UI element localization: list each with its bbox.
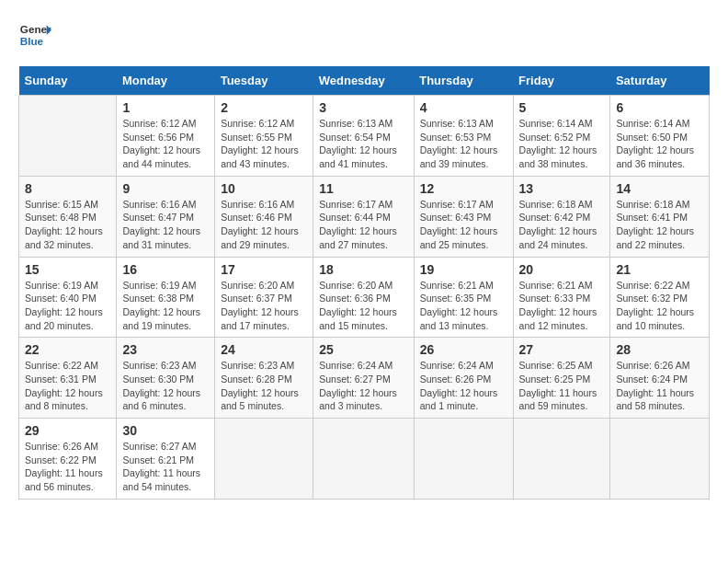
calendar-week-3: 22Sunrise: 6:22 AMSunset: 6:31 PMDayligh… [19, 338, 710, 419]
calendar-week-0: 1Sunrise: 6:12 AMSunset: 6:56 PMDaylight… [19, 96, 710, 177]
day-info: Sunrise: 6:27 AMSunset: 6:21 PMDaylight:… [122, 441, 200, 492]
day-number: 23 [122, 342, 209, 357]
day-number: 8 [25, 181, 110, 196]
day-info: Sunrise: 6:22 AMSunset: 6:31 PMDaylight:… [25, 360, 103, 411]
calendar-week-1: 8Sunrise: 6:15 AMSunset: 6:48 PMDaylight… [19, 176, 710, 257]
col-header-monday: Monday [117, 66, 215, 96]
calendar-cell: 10Sunrise: 6:16 AMSunset: 6:46 PMDayligh… [215, 176, 313, 257]
page-header: General Blue [18, 18, 710, 52]
day-info: Sunrise: 6:19 AMSunset: 6:38 PMDaylight:… [122, 280, 200, 331]
calendar-cell [414, 419, 513, 500]
day-info: Sunrise: 6:24 AMSunset: 6:26 PMDaylight:… [420, 360, 498, 411]
calendar-cell: 2Sunrise: 6:12 AMSunset: 6:55 PMDaylight… [215, 96, 313, 177]
day-number: 11 [319, 181, 407, 196]
calendar-cell [513, 419, 610, 500]
calendar-cell: 18Sunrise: 6:20 AMSunset: 6:36 PMDayligh… [313, 257, 414, 338]
day-info: Sunrise: 6:25 AMSunset: 6:25 PMDaylight:… [519, 360, 597, 411]
day-number: 16 [122, 262, 209, 277]
day-info: Sunrise: 6:17 AMSunset: 6:43 PMDaylight:… [420, 199, 498, 250]
calendar-cell: 12Sunrise: 6:17 AMSunset: 6:43 PMDayligh… [414, 176, 513, 257]
calendar-cell: 28Sunrise: 6:26 AMSunset: 6:24 PMDayligh… [610, 338, 710, 419]
calendar-cell: 22Sunrise: 6:22 AMSunset: 6:31 PMDayligh… [19, 338, 117, 419]
calendar-cell: 26Sunrise: 6:24 AMSunset: 6:26 PMDayligh… [414, 338, 513, 419]
day-info: Sunrise: 6:15 AMSunset: 6:48 PMDaylight:… [25, 199, 103, 250]
svg-text:Blue: Blue [20, 35, 44, 47]
calendar-cell: 9Sunrise: 6:16 AMSunset: 6:47 PMDaylight… [117, 176, 215, 257]
calendar-week-4: 29Sunrise: 6:26 AMSunset: 6:22 PMDayligh… [19, 419, 710, 500]
day-info: Sunrise: 6:20 AMSunset: 6:36 PMDaylight:… [319, 280, 397, 331]
day-number: 18 [319, 262, 407, 277]
day-info: Sunrise: 6:14 AMSunset: 6:50 PMDaylight:… [616, 118, 694, 169]
day-info: Sunrise: 6:24 AMSunset: 6:27 PMDaylight:… [319, 360, 397, 411]
calendar-cell: 15Sunrise: 6:19 AMSunset: 6:40 PMDayligh… [19, 257, 117, 338]
col-header-tuesday: Tuesday [215, 66, 313, 96]
day-number: 24 [221, 342, 307, 357]
logo: General Blue [18, 18, 51, 52]
day-info: Sunrise: 6:23 AMSunset: 6:28 PMDaylight:… [221, 360, 299, 411]
day-number: 6 [616, 100, 703, 115]
calendar-cell: 29Sunrise: 6:26 AMSunset: 6:22 PMDayligh… [19, 419, 117, 500]
calendar-cell: 24Sunrise: 6:23 AMSunset: 6:28 PMDayligh… [215, 338, 313, 419]
day-info: Sunrise: 6:12 AMSunset: 6:56 PMDaylight:… [122, 118, 200, 169]
day-number: 28 [616, 342, 703, 357]
calendar-cell: 1Sunrise: 6:12 AMSunset: 6:56 PMDaylight… [117, 96, 215, 177]
calendar-cell [610, 419, 710, 500]
day-number: 14 [616, 181, 703, 196]
day-info: Sunrise: 6:20 AMSunset: 6:37 PMDaylight:… [221, 280, 299, 331]
day-number: 30 [122, 423, 209, 438]
calendar-cell: 6Sunrise: 6:14 AMSunset: 6:50 PMDaylight… [610, 96, 710, 177]
day-number: 19 [420, 262, 507, 277]
day-info: Sunrise: 6:16 AMSunset: 6:47 PMDaylight:… [122, 199, 200, 250]
calendar-cell [215, 419, 313, 500]
day-number: 10 [221, 181, 307, 196]
day-info: Sunrise: 6:13 AMSunset: 6:54 PMDaylight:… [319, 118, 397, 169]
calendar-cell: 27Sunrise: 6:25 AMSunset: 6:25 PMDayligh… [513, 338, 610, 419]
calendar-cell: 5Sunrise: 6:14 AMSunset: 6:52 PMDaylight… [513, 96, 610, 177]
calendar-cell [313, 419, 414, 500]
day-number: 4 [420, 100, 507, 115]
day-info: Sunrise: 6:21 AMSunset: 6:35 PMDaylight:… [420, 280, 498, 331]
day-number: 26 [420, 342, 507, 357]
day-number: 1 [122, 100, 209, 115]
logo-icon: General Blue [18, 18, 51, 52]
day-info: Sunrise: 6:21 AMSunset: 6:33 PMDaylight:… [519, 280, 597, 331]
day-number: 29 [25, 423, 110, 438]
calendar-cell: 8Sunrise: 6:15 AMSunset: 6:48 PMDaylight… [19, 176, 117, 257]
calendar-table: SundayMondayTuesdayWednesdayThursdayFrid… [18, 66, 710, 500]
col-header-friday: Friday [513, 66, 610, 96]
calendar-cell: 23Sunrise: 6:23 AMSunset: 6:30 PMDayligh… [117, 338, 215, 419]
calendar-week-2: 15Sunrise: 6:19 AMSunset: 6:40 PMDayligh… [19, 257, 710, 338]
calendar-cell: 13Sunrise: 6:18 AMSunset: 6:42 PMDayligh… [513, 176, 610, 257]
calendar-cell: 3Sunrise: 6:13 AMSunset: 6:54 PMDaylight… [313, 96, 414, 177]
day-number: 17 [221, 262, 307, 277]
day-number: 9 [122, 181, 209, 196]
day-info: Sunrise: 6:16 AMSunset: 6:46 PMDaylight:… [221, 199, 299, 250]
calendar-cell: 19Sunrise: 6:21 AMSunset: 6:35 PMDayligh… [414, 257, 513, 338]
day-number: 2 [221, 100, 307, 115]
col-header-wednesday: Wednesday [313, 66, 414, 96]
day-info: Sunrise: 6:18 AMSunset: 6:41 PMDaylight:… [616, 199, 694, 250]
day-number: 3 [319, 100, 407, 115]
column-headers: SundayMondayTuesdayWednesdayThursdayFrid… [19, 66, 710, 96]
day-info: Sunrise: 6:12 AMSunset: 6:55 PMDaylight:… [221, 118, 299, 169]
calendar-cell: 14Sunrise: 6:18 AMSunset: 6:41 PMDayligh… [610, 176, 710, 257]
day-number: 27 [519, 342, 605, 357]
day-info: Sunrise: 6:17 AMSunset: 6:44 PMDaylight:… [319, 199, 397, 250]
day-info: Sunrise: 6:26 AMSunset: 6:22 PMDaylight:… [25, 441, 103, 492]
day-number: 15 [25, 262, 110, 277]
calendar-cell: 20Sunrise: 6:21 AMSunset: 6:33 PMDayligh… [513, 257, 610, 338]
day-info: Sunrise: 6:13 AMSunset: 6:53 PMDaylight:… [420, 118, 498, 169]
day-info: Sunrise: 6:14 AMSunset: 6:52 PMDaylight:… [519, 118, 597, 169]
calendar-cell [19, 96, 117, 177]
day-number: 21 [616, 262, 703, 277]
calendar-cell: 16Sunrise: 6:19 AMSunset: 6:38 PMDayligh… [117, 257, 215, 338]
col-header-sunday: Sunday [19, 66, 117, 96]
col-header-saturday: Saturday [610, 66, 710, 96]
calendar-cell: 21Sunrise: 6:22 AMSunset: 6:32 PMDayligh… [610, 257, 710, 338]
day-info: Sunrise: 6:26 AMSunset: 6:24 PMDaylight:… [616, 360, 694, 411]
calendar-cell: 4Sunrise: 6:13 AMSunset: 6:53 PMDaylight… [414, 96, 513, 177]
calendar-cell: 30Sunrise: 6:27 AMSunset: 6:21 PMDayligh… [117, 419, 215, 500]
day-number: 22 [25, 342, 110, 357]
calendar-cell: 11Sunrise: 6:17 AMSunset: 6:44 PMDayligh… [313, 176, 414, 257]
day-number: 12 [420, 181, 507, 196]
